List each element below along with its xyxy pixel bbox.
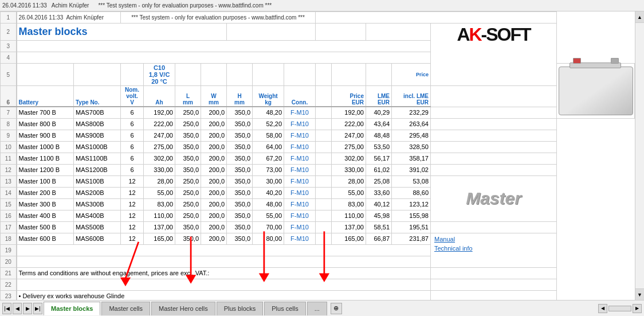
battery-name: Master 800 B xyxy=(17,118,74,130)
l: 250,0 xyxy=(175,187,201,198)
master-brand: Master xyxy=(433,189,555,208)
price: 330,00 xyxy=(332,164,366,175)
row-num: 14 xyxy=(1,187,17,198)
c10: 192,00 xyxy=(144,107,175,118)
empty-cell xyxy=(17,41,431,52)
tab-plus-blocks[interactable]: Plus blocks xyxy=(217,302,264,315)
hscroll-track xyxy=(608,306,631,311)
hscroll-left[interactable]: ◀ xyxy=(598,304,607,313)
empty xyxy=(431,130,557,141)
links-cell: Manual Technical info xyxy=(431,233,557,267)
empty-cell xyxy=(17,64,74,86)
w: 200,0 xyxy=(201,130,227,141)
weight: 80,00 xyxy=(253,233,284,244)
data-table: 1 26.04.2016 11:33 Achim Knüpfer *** Tes… xyxy=(0,11,635,300)
row-num: 8 xyxy=(1,118,17,130)
type-no: MAS1000B xyxy=(74,141,121,153)
row-num: 1 xyxy=(1,12,17,24)
technical-info-link[interactable]: Technical info xyxy=(434,245,473,252)
empty xyxy=(431,279,557,290)
row-num: 16 xyxy=(1,210,17,221)
lme: 66,87 xyxy=(366,233,392,244)
price-lme: 328,50 xyxy=(392,141,431,153)
empty xyxy=(316,175,332,187)
notice-field: *** Test system - only for evaluation pu… xyxy=(121,12,316,24)
tab-nav-prev[interactable]: ◀ xyxy=(13,303,22,314)
price: 110,00 xyxy=(332,210,366,221)
tab-master-blocks[interactable]: Master blocks xyxy=(44,302,100,315)
battery-name: Master 300 B xyxy=(17,198,74,210)
conn: F-M10 xyxy=(284,118,316,130)
hscroll-right[interactable]: ▶ xyxy=(633,304,642,313)
right-scrollbar[interactable]: ▲ ▼ xyxy=(635,11,644,300)
col-header-price: PriceEUR xyxy=(332,86,366,107)
price-lme: 155,98 xyxy=(392,210,431,221)
tab-master-cells[interactable]: Master cells xyxy=(101,302,150,315)
table-row: 12 Master 1200 B MAS1200B 6 330,00 350,0… xyxy=(1,164,635,175)
empty-cell xyxy=(74,64,121,86)
col-header-price-lme: incl. LMEEUR xyxy=(392,86,431,107)
logo-text: AK-SOFT xyxy=(432,25,555,45)
weight: 55,00 xyxy=(253,210,284,221)
w: 200,0 xyxy=(201,164,227,175)
spreadsheet-area: 1 26.04.2016 11:33 Achim Knüpfer *** Tes… xyxy=(0,11,635,300)
c10: 28,00 xyxy=(144,175,175,187)
w: 200,0 xyxy=(201,175,227,187)
w: 200,0 xyxy=(201,153,227,164)
lme: 58,51 xyxy=(366,221,392,233)
empty-cell xyxy=(227,24,316,41)
weight: 67,20 xyxy=(253,153,284,164)
l: 250,0 xyxy=(175,210,201,221)
tab-plus-cells[interactable]: Plus cells xyxy=(264,302,305,315)
l: 350,0 xyxy=(175,233,201,244)
table-row: 8 Master 800 B MAS800B 6 222,00 250,0 20… xyxy=(1,118,635,130)
empty-cell xyxy=(17,52,431,64)
row-num: 22 xyxy=(1,279,17,290)
row-num: 17 xyxy=(1,221,17,233)
table-row: 11 Master 1100 B MAS1100B 6 302,00 350,0… xyxy=(1,153,635,164)
c10: 247,00 xyxy=(144,130,175,141)
conn: F-M10 xyxy=(284,130,316,141)
tab-nav-first[interactable]: |◀ xyxy=(2,303,11,314)
volt: 12 xyxy=(121,221,144,233)
tab-nav-next[interactable]: ▶ xyxy=(23,303,32,314)
bullet1: • Delivery ex works warehouse Glinde xyxy=(17,290,431,300)
row-num: 10 xyxy=(1,141,17,153)
h: 350,0 xyxy=(227,141,253,153)
scroll-down-btn[interactable]: ▼ xyxy=(635,288,644,300)
w: 200,0 xyxy=(201,233,227,244)
lme: 40,12 xyxy=(366,198,392,210)
tabs-bar: |◀ ◀ ▶ ▶| Master blocks Master cells Mas… xyxy=(0,300,644,316)
h: 350,0 xyxy=(227,164,253,175)
empty xyxy=(316,187,332,198)
row-num: 18 xyxy=(1,233,17,244)
empty-cell xyxy=(366,64,392,86)
type-no: MAS500B xyxy=(74,221,121,233)
price: 192,00 xyxy=(332,107,366,118)
c10: 110,00 xyxy=(144,210,175,221)
w: 200,0 xyxy=(201,210,227,221)
tab-master-hero-cells[interactable]: Master Hero cells xyxy=(151,302,215,315)
manual-link[interactable]: Manual xyxy=(434,236,455,243)
row-num: 21 xyxy=(1,267,17,279)
tab-more[interactable]: ... xyxy=(307,302,327,315)
row-num: 7 xyxy=(1,107,17,118)
tab-add-button[interactable]: ⊕ xyxy=(331,303,342,314)
scroll-area[interactable]: 1 26.04.2016 11:33 Achim Knüpfer *** Tes… xyxy=(0,11,635,300)
volt: 6 xyxy=(121,153,144,164)
empty-cell xyxy=(201,64,227,86)
c10: 83,00 xyxy=(144,198,175,210)
h: 350,0 xyxy=(227,153,253,164)
weight: 52,20 xyxy=(253,118,284,130)
volt: 6 xyxy=(121,164,144,175)
table-row: 22 xyxy=(1,279,635,290)
type-no: MAS100B xyxy=(74,175,121,187)
scroll-up-btn[interactable]: ▲ xyxy=(635,11,644,23)
w: 200,0 xyxy=(201,107,227,118)
title-cell: Master blocks xyxy=(17,24,227,41)
col-header-battery: Battery xyxy=(17,86,74,107)
price-lme: 53,08 xyxy=(392,175,431,187)
lme: 40,29 xyxy=(366,107,392,118)
empty xyxy=(316,141,332,153)
tab-nav-last[interactable]: ▶| xyxy=(33,303,42,314)
